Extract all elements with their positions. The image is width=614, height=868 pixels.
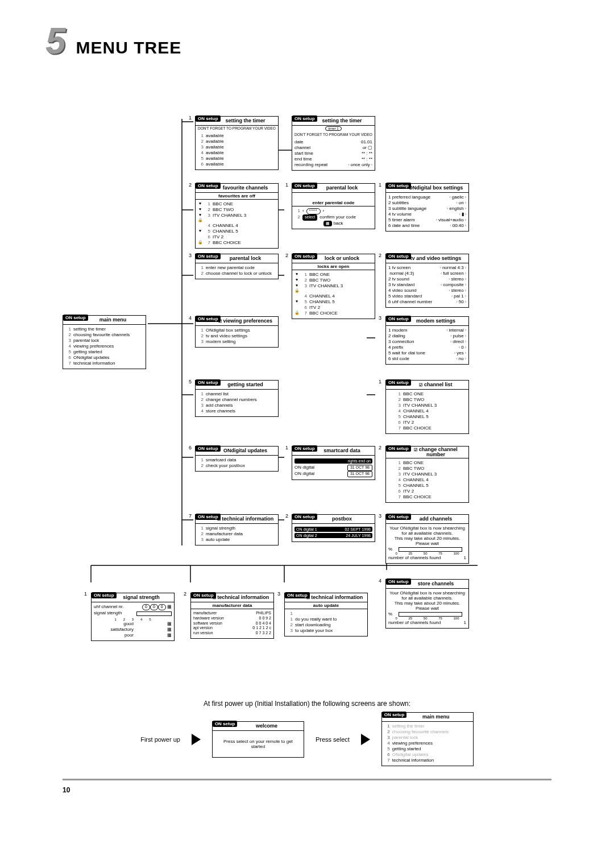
panel-signal-strength: ON setup signal strength uhf channel nr.… xyxy=(91,593,175,641)
diagram-canvas: 1 2 1 1 3 2 2 4 3 5 1 6 1 2 7 2 3 4 1 2 … xyxy=(45,71,569,696)
panel-store-channels: ON setup store channels Your ONdigital b… xyxy=(385,579,469,629)
arrow-icon xyxy=(192,734,201,745)
initial-note: At first power up (Initial Installation)… xyxy=(45,700,569,708)
panel-main-menu: ON setup main menu 1setting the timer2ch… xyxy=(63,315,146,369)
panel-parental-lock-entry: ON setup parental lock enter parental co… xyxy=(292,183,375,229)
section-number: 5 xyxy=(45,23,66,59)
panel-viewing-prefs: ON setup ☑ viewing preferences 1ONdigita… xyxy=(195,316,279,348)
panel-final-menu: ON setup main menu 1setting the timer2ch… xyxy=(381,712,474,766)
panel-mfr-data: ON setup ☑ technical information manufac… xyxy=(190,593,274,639)
panel-getting-started: ON setup getting started 1channel list2c… xyxy=(195,380,279,417)
first-power-row: First power up ON setup welcome Press se… xyxy=(45,712,569,766)
panel-timer-a: ON setup setting the timer DON'T FORGET … xyxy=(195,116,279,170)
panel-add-channels: ON setup add channels Your ONdigital box… xyxy=(385,514,469,564)
panel-welcome: ON setup welcome Press select on your re… xyxy=(212,721,304,758)
arrow-icon xyxy=(361,734,370,745)
panel-postbox: ON setup postbox ON digital 102 SEPT 199… xyxy=(292,514,375,542)
panel-channel-list: ON setup ☑ channel list 1BBC ONE2BBC TWO… xyxy=(385,380,469,434)
panel-box-settings: ON setup ONdigital box settings 1 prefer… xyxy=(385,183,469,232)
panel-technical: ON setup ☑ technical information 1signal… xyxy=(195,514,279,545)
panel-modem: ON setup modem settings 1 modem‹ interna… xyxy=(385,316,469,365)
panel-updates: ON setup ONdigital updates 1smartcard da… xyxy=(195,446,279,472)
panel-tv-video: ON setup tv and video settings 1 tv scre… xyxy=(385,254,469,308)
panel-auto-update: ON setup ☑ technical information auto up… xyxy=(284,593,368,636)
panel-change-channel: ON setup ☑ change channelnumber 1BBC ONE… xyxy=(385,446,469,503)
panel-lock-unlock: ON setup lock or unlock locks are open ♥… xyxy=(292,254,375,319)
panel-parental-lock: ON setup parental lock 1enter new parent… xyxy=(195,254,279,279)
page-title: MENU TREE xyxy=(76,38,182,57)
page-number: 10 xyxy=(63,786,569,794)
panel-timer-b: ON setup setting the timer timer 1 DON'T… xyxy=(292,116,375,171)
panel-smartcard: ON setup smartcard data rights end on ON… xyxy=(292,446,375,480)
panel-favourites: ON setup favourite channels favourites a… xyxy=(195,183,279,249)
